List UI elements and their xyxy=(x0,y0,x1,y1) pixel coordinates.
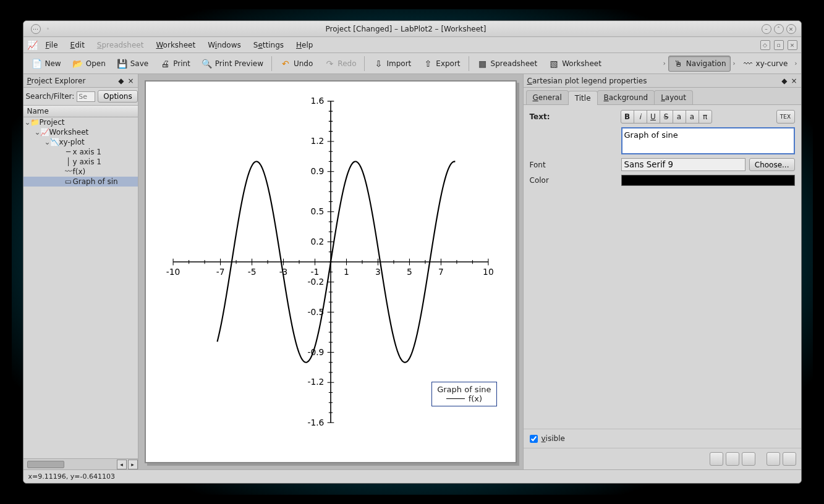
svg-text:-1: -1 xyxy=(310,267,319,277)
print-preview-button[interactable]: 🔍Print Preview xyxy=(197,56,268,72)
visible-checkbox[interactable] xyxy=(530,435,538,443)
export-button[interactable]: ⇧Export xyxy=(418,56,464,72)
strike-button[interactable]: S xyxy=(660,110,673,124)
choose-font-button[interactable]: Choose... xyxy=(749,158,795,171)
plot-legend[interactable]: Graph of sine f(x) xyxy=(431,382,496,406)
menu-edit[interactable]: Edit xyxy=(66,40,90,51)
tree-node-worksheet[interactable]: ⌄📈Worksheet xyxy=(23,127,138,137)
spreadsheet-button[interactable]: ▦Spreadsheet xyxy=(473,56,542,72)
tree-node-xaxis[interactable]: ─x axis 1 xyxy=(23,147,138,157)
menu-settings[interactable]: Settings xyxy=(248,40,289,51)
export-icon: ⇧ xyxy=(422,58,433,69)
tex-button[interactable]: TEX xyxy=(776,110,795,124)
titlebar: ⋯ ◦ Project [Changed] – LabPlot2 – [Work… xyxy=(23,21,801,37)
tree-column-name[interactable]: Name xyxy=(23,106,138,117)
underline-button[interactable]: U xyxy=(647,110,660,124)
import-button[interactable]: ⇩Import xyxy=(368,56,415,72)
app-icon: 📈 xyxy=(27,40,38,51)
curve-icon: 〰 xyxy=(742,58,754,69)
worksheet-view[interactable]: -10-7-5-3-1135710-1.6-1.2-0.9-0.5-0.20.2… xyxy=(138,74,523,469)
panel-float-icon[interactable]: ◆ xyxy=(781,77,787,85)
menu-help[interactable]: Help xyxy=(291,40,318,51)
scroll-left-icon[interactable]: ◂ xyxy=(117,460,127,469)
load-template-button[interactable] xyxy=(710,452,723,466)
options-button[interactable]: Options xyxy=(98,90,137,103)
panel-close-icon[interactable]: × xyxy=(127,77,134,85)
copy-button[interactable] xyxy=(767,452,780,466)
visible-label: visible xyxy=(542,434,565,443)
paste-button[interactable] xyxy=(783,452,796,466)
plot-canvas[interactable]: -10-7-5-3-1135710-1.6-1.2-0.9-0.5-0.20.2… xyxy=(145,80,517,463)
save-template-button[interactable] xyxy=(726,452,739,466)
svg-text:10: 10 xyxy=(483,267,494,277)
menu-worksheet[interactable]: Worksheet xyxy=(151,40,200,51)
italic-button[interactable]: i xyxy=(634,110,647,124)
curve-icon: 〰 xyxy=(64,167,73,176)
tab-layout[interactable]: Layout xyxy=(654,90,693,104)
svg-text:1.6: 1.6 xyxy=(310,96,324,106)
format-toolbar: B i U S a a π xyxy=(621,110,712,124)
svg-text:-10: -10 xyxy=(166,267,180,277)
new-button[interactable]: 📄New xyxy=(27,56,66,72)
tab-general[interactable]: General xyxy=(526,90,569,104)
xycurve-button[interactable]: 〰xy-curve xyxy=(738,56,792,72)
window-title: Project [Changed] – LabPlot2 – [Workshee… xyxy=(53,25,759,33)
menu-spreadsheet: Spreadsheet xyxy=(92,40,149,51)
tab-background[interactable]: Background xyxy=(597,90,655,104)
svg-text:0.5: 0.5 xyxy=(310,206,324,216)
overflow-right-icon[interactable]: › xyxy=(795,60,797,67)
scroll-right-icon[interactable]: ▸ xyxy=(128,460,138,469)
menu-windows[interactable]: Windows xyxy=(203,40,246,51)
tree-node-yaxis[interactable]: │y axis 1 xyxy=(23,157,138,167)
tree-node-project[interactable]: ⌄📁Project xyxy=(23,117,138,127)
tree-hscroll[interactable]: ◂ ▸ xyxy=(23,458,138,469)
edit-template-button[interactable] xyxy=(742,452,755,466)
menubar: 📈 File Edit Spreadsheet Worksheet Window… xyxy=(23,37,801,53)
menu-file[interactable]: File xyxy=(41,40,63,51)
toolbar: 📄New 📂Open 💾Save 🖨Print 🔍Print Preview ↶… xyxy=(23,53,801,74)
legend-title: Graph of sine xyxy=(437,385,491,394)
save-button[interactable]: 💾Save xyxy=(113,56,153,72)
title-text-input[interactable] xyxy=(621,127,795,154)
folder-icon: 📁 xyxy=(31,118,40,127)
search-label: Search/Filter: xyxy=(26,92,75,101)
svg-text:0.9: 0.9 xyxy=(310,166,324,176)
project-tree[interactable]: ⌄📁Project ⌄📈Worksheet ⌄📉xy-plot ─x axis … xyxy=(23,117,138,458)
pin-icon[interactable]: ◦ xyxy=(43,24,53,34)
overflow-left-icon[interactable]: › xyxy=(663,60,666,67)
worksheet-button[interactable]: ▧Worksheet xyxy=(544,56,606,72)
subscript-button[interactable]: a xyxy=(686,110,699,124)
tree-node-fx[interactable]: 〰f(x) xyxy=(23,167,138,177)
navigation-button[interactable]: 🖱Navigation xyxy=(668,56,731,72)
undo-button[interactable]: ↶Undo xyxy=(276,56,317,72)
properties-panel: Cartesian plot legend properties ◆ × Gen… xyxy=(523,74,801,469)
panel-float-icon[interactable]: ◆ xyxy=(118,77,124,85)
redo-button: ↷Redo xyxy=(320,56,360,72)
symbol-button[interactable]: π xyxy=(699,110,712,124)
panel-close-icon[interactable]: × xyxy=(791,77,797,85)
tab-title[interactable]: Title xyxy=(568,91,598,105)
color-swatch[interactable] xyxy=(621,175,795,186)
window-menu-icon[interactable]: ⋯ xyxy=(31,24,41,34)
svg-text:3: 3 xyxy=(375,267,381,277)
search-input[interactable] xyxy=(77,91,95,102)
explorer-title: Project Explorer xyxy=(27,77,119,85)
import-icon: ⇩ xyxy=(373,58,384,69)
open-button[interactable]: 📂Open xyxy=(68,56,110,72)
print-icon: 🖨 xyxy=(159,58,171,69)
close-button[interactable]: × xyxy=(786,24,796,34)
mdi-min-icon[interactable]: ◇ xyxy=(760,40,770,50)
mdi-max-icon[interactable]: ▫ xyxy=(774,40,784,50)
text-label: Text: xyxy=(530,112,616,121)
mdi-close-icon[interactable]: × xyxy=(788,40,797,50)
minimize-button[interactable]: – xyxy=(762,24,771,34)
print-button[interactable]: 🖨Print xyxy=(155,56,195,72)
tree-node-xyplot[interactable]: ⌄📉xy-plot xyxy=(23,137,138,147)
worksheet-icon: ▧ xyxy=(548,58,559,69)
superscript-button[interactable]: a xyxy=(673,110,686,124)
tree-node-legend[interactable]: ▭Graph of sin xyxy=(23,177,138,187)
maximize-button[interactable]: ˄ xyxy=(774,24,784,34)
bold-button[interactable]: B xyxy=(621,110,634,124)
project-explorer-panel: Project Explorer ◆ × Search/Filter: Opti… xyxy=(23,74,138,469)
overflow-mid-icon[interactable]: › xyxy=(733,60,736,67)
